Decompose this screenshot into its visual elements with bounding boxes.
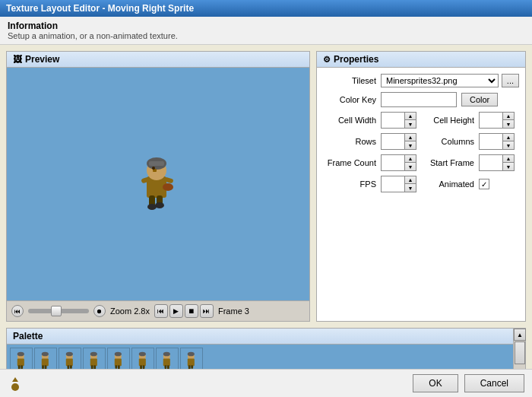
svg-rect-36 bbox=[115, 365, 117, 369]
columns-down[interactable]: ▼ bbox=[503, 141, 514, 149]
cell-width-arrows: ▲ ▼ bbox=[404, 113, 416, 128]
svg-rect-27 bbox=[70, 365, 72, 369]
columns-label: Columns bbox=[421, 137, 474, 146]
title-text: Texture Layout Editor - Moving Right Spr… bbox=[6, 3, 194, 14]
rows-input[interactable]: 4 bbox=[382, 134, 404, 149]
main-content: 🖼 Preview bbox=[0, 45, 532, 328]
animated-label: Animated bbox=[421, 179, 474, 189]
animated-checkbox[interactable]: ✓ bbox=[479, 179, 489, 189]
play-btn[interactable]: ▶ bbox=[169, 304, 183, 318]
frame-count-down[interactable]: ▼ bbox=[405, 163, 416, 170]
fps-spinner[interactable]: 12 ▲ ▼ bbox=[381, 176, 416, 192]
start-frame-spinner[interactable]: 17 ▲ ▼ bbox=[479, 154, 515, 171]
zoom-slider[interactable] bbox=[28, 309, 89, 313]
frame-count-up[interactable]: ▲ bbox=[405, 155, 416, 163]
rows-spinner[interactable]: 4 ▲ ▼ bbox=[381, 133, 416, 150]
rows-arrows: ▲ ▼ bbox=[404, 134, 416, 149]
preview-panel: 🖼 Preview bbox=[6, 51, 310, 322]
frame-count-row: Frame Count 8 ▲ ▼ Start Frame 17 ▲ ▼ bbox=[323, 154, 519, 171]
palette-header: Palette bbox=[7, 329, 513, 345]
cell-dimensions-row: Cell Width 32 ▲ ▼ Cell Height 32 ▲ ▼ bbox=[323, 112, 519, 129]
start-frame-down[interactable]: ▼ bbox=[503, 163, 514, 170]
fps-label: FPS bbox=[323, 179, 376, 189]
start-frame-arrows: ▲ ▼ bbox=[502, 155, 514, 170]
cancel-button[interactable]: Cancel bbox=[464, 374, 524, 392]
columns-spinner[interactable]: 8 ▲ ▼ bbox=[479, 133, 515, 150]
prev-frame-btn[interactable]: ⏮ bbox=[154, 304, 168, 318]
svg-point-19 bbox=[42, 351, 49, 356]
next-frame-btn[interactable]: ⏭ bbox=[200, 304, 214, 318]
browse-button[interactable]: ... bbox=[502, 74, 519, 87]
svg-point-34 bbox=[115, 351, 122, 356]
svg-point-29 bbox=[90, 351, 97, 356]
rows-label: Rows bbox=[323, 137, 376, 146]
color-key-box[interactable] bbox=[381, 92, 457, 107]
cell-height-label: Cell Height bbox=[421, 116, 474, 125]
start-frame-input[interactable]: 17 bbox=[480, 155, 502, 170]
cell-height-up[interactable]: ▲ bbox=[503, 113, 514, 120]
frame-count-spinner[interactable]: 8 ▲ ▼ bbox=[381, 154, 416, 171]
frame-count-label: Frame Count bbox=[323, 158, 376, 167]
fps-up[interactable]: ▲ bbox=[405, 176, 416, 184]
frame-label: Frame 3 bbox=[218, 306, 249, 316]
rows-columns-row: Rows 4 ▲ ▼ Columns 8 ▲ ▼ bbox=[323, 133, 519, 150]
svg-point-49 bbox=[188, 351, 195, 356]
scroll-up-btn[interactable]: ▲ bbox=[514, 329, 526, 341]
properties-label: Properties bbox=[334, 54, 378, 65]
svg-rect-40 bbox=[139, 358, 146, 366]
preview-controls: ⏮ ⏺ Zoom 2.8x ⏮ ▶ ⏹ ⏭ Frame 3 bbox=[7, 300, 309, 321]
zoom-label: Zoom 2.8x bbox=[110, 306, 150, 316]
svg-rect-52 bbox=[191, 365, 193, 369]
app-window: Texture Layout Editor - Moving Right Spr… bbox=[0, 0, 532, 397]
properties-header: ⚙ Properties bbox=[317, 52, 525, 68]
rows-down[interactable]: ▼ bbox=[405, 141, 416, 149]
svg-rect-30 bbox=[90, 358, 97, 366]
rows-up[interactable]: ▲ bbox=[405, 134, 416, 141]
svg-point-5 bbox=[152, 167, 155, 170]
cell-width-label: Cell Width bbox=[323, 116, 376, 125]
cell-width-spinner[interactable]: 32 ▲ ▼ bbox=[381, 112, 416, 129]
cell-width-input[interactable]: 32 bbox=[382, 113, 404, 128]
frame-count-arrows: ▲ ▼ bbox=[404, 155, 416, 170]
cell-height-down[interactable]: ▼ bbox=[503, 120, 514, 128]
info-title: Information bbox=[8, 21, 524, 31]
preview-header: 🖼 Preview bbox=[7, 52, 309, 68]
playback-buttons: ⏮ ▶ ⏹ ⏭ bbox=[154, 304, 214, 318]
svg-point-44 bbox=[163, 351, 170, 356]
sprite-character bbox=[135, 154, 181, 214]
preview-icon: 🖼 bbox=[13, 54, 22, 65]
cell-height-spinner[interactable]: 32 ▲ ▼ bbox=[479, 112, 515, 129]
cell-height-arrows: ▲ ▼ bbox=[502, 113, 514, 128]
svg-point-39 bbox=[139, 351, 146, 356]
svg-rect-3 bbox=[149, 161, 164, 166]
tileset-group: Minersprites32.png ... bbox=[381, 74, 519, 87]
bottom-buttons: OK Cancel bbox=[0, 369, 532, 397]
svg-rect-17 bbox=[21, 365, 23, 369]
svg-rect-15 bbox=[17, 358, 24, 366]
color-key-row: Color Key Color bbox=[323, 92, 519, 107]
cell-width-up[interactable]: ▲ bbox=[405, 113, 416, 120]
stop-btn[interactable]: ⏹ bbox=[185, 304, 198, 318]
scroll-thumb[interactable] bbox=[515, 341, 525, 364]
svg-marker-143 bbox=[12, 377, 18, 382]
preview-label: Preview bbox=[25, 54, 59, 65]
columns-up[interactable]: ▲ bbox=[503, 134, 514, 141]
speed-btn[interactable]: ⏺ bbox=[93, 305, 106, 317]
tileset-label: Tileset bbox=[323, 76, 376, 85]
info-bar: Information Setup a animation, or a non-… bbox=[0, 17, 532, 45]
columns-input[interactable]: 8 bbox=[480, 134, 502, 149]
color-button[interactable]: Color bbox=[461, 93, 498, 106]
frame-count-input[interactable]: 8 bbox=[382, 155, 404, 170]
tileset-select[interactable]: Minersprites32.png bbox=[381, 74, 499, 87]
svg-point-14 bbox=[17, 351, 24, 356]
svg-rect-42 bbox=[143, 365, 145, 369]
start-frame-up[interactable]: ▲ bbox=[503, 155, 514, 163]
fps-down[interactable]: ▼ bbox=[405, 184, 416, 192]
cell-width-down[interactable]: ▼ bbox=[405, 120, 416, 128]
ok-button[interactable]: OK bbox=[413, 374, 458, 392]
rewind-btn[interactable]: ⏮ bbox=[11, 305, 24, 317]
svg-point-12 bbox=[155, 202, 164, 208]
cell-height-input[interactable]: 32 bbox=[480, 113, 502, 128]
fps-arrows: ▲ ▼ bbox=[404, 176, 416, 192]
fps-input[interactable]: 12 bbox=[382, 176, 404, 192]
